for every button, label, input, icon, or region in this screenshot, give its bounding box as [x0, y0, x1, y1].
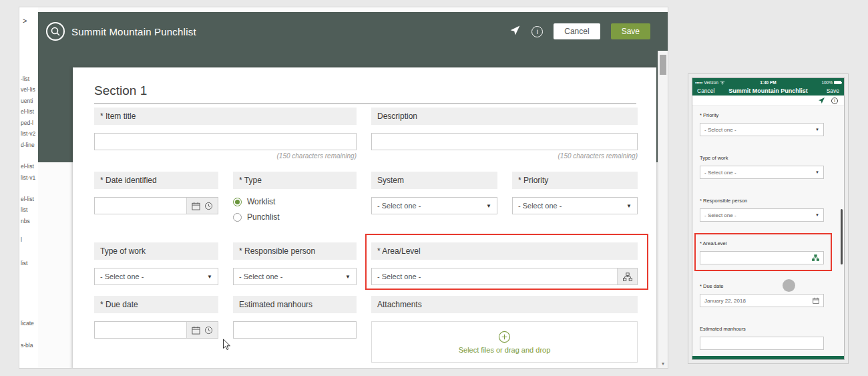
scrollbar[interactable]: ▾: [658, 51, 668, 368]
info-icon[interactable]: i: [831, 98, 838, 104]
cancel-button[interactable]: Cancel: [554, 23, 600, 39]
responsible-person-select[interactable]: - Select one - ▼: [233, 268, 357, 285]
sidebar-item[interactable]: -list: [21, 75, 29, 82]
dropzone-text: Select files or drag and drop: [459, 346, 551, 354]
form-row: Type of work - Select one - ▼ * Responsi…: [94, 242, 636, 285]
estimated-manhours-input[interactable]: [700, 337, 824, 350]
estimated-manhours-input[interactable]: [233, 321, 357, 339]
info-icon[interactable]: i: [531, 26, 543, 37]
system-select[interactable]: - Select one - ▼: [371, 197, 497, 214]
sidebar-item[interactable]: list: [21, 206, 27, 213]
characters-remaining-hint: (150 characters remaining): [371, 152, 638, 160]
selected-value: - Select one -: [372, 268, 617, 285]
send-icon[interactable]: [509, 25, 521, 39]
status-time: 1:40 PM: [692, 80, 844, 85]
area-level-select[interactable]: - Select one -: [371, 268, 638, 285]
mobile-cancel-button[interactable]: Cancel: [697, 87, 714, 94]
type-of-work-label: Type of work: [94, 242, 218, 260]
date-identified-input[interactable]: [94, 197, 218, 214]
due-date-field: * Due date: [94, 296, 218, 363]
mobile-nav-bar: Cancel Summit Mountain Punchlist Save: [692, 86, 844, 96]
main-area: Summit Mountain Punchlist i Cancel Save …: [38, 7, 668, 368]
sidebar-item[interactable]: ped-l: [21, 120, 33, 126]
radio-selected-icon[interactable]: [233, 198, 242, 206]
item-title-field: * Item title (150 characters remaining): [94, 108, 357, 160]
priority-select[interactable]: - Select one - ▼: [700, 123, 824, 136]
file-dropzone[interactable]: Select files or drag and drop: [371, 321, 638, 363]
app-bar: Summit Mountain Punchlist i Cancel Save: [38, 12, 668, 51]
description-input[interactable]: [371, 133, 638, 150]
sidebar-item[interactable]: licate: [21, 320, 34, 327]
area-level-input[interactable]: [700, 251, 824, 264]
responsible-person-field: * Responsible person - Select one - ▼: [233, 242, 357, 285]
date-picker-icons: [186, 322, 218, 338]
date-identified-field: * Date identified: [94, 172, 218, 228]
mobile-save-button[interactable]: Save: [827, 87, 839, 94]
sidebar-item[interactable]: el-list: [21, 163, 34, 170]
sidebar-expand-chevron-icon[interactable]: >: [23, 17, 27, 25]
app-logo-icon: [46, 22, 65, 41]
mobile-screen: ••••• Verizon 1:40 PM 100% Cancel Summit…: [692, 77, 845, 360]
selected-value: - Select one -: [239, 272, 282, 280]
selected-value: - Select one -: [518, 202, 562, 210]
responsible-person-select[interactable]: - Select one - ▼: [700, 208, 824, 222]
date-identified-label: * Date identified: [94, 172, 218, 189]
hierarchy-picker-button[interactable]: [617, 268, 637, 285]
type-of-work-select[interactable]: - Select one - ▼: [700, 166, 824, 179]
estimated-manhours-field: Estimated manhours: [700, 326, 824, 350]
sidebar-item[interactable]: list-v1: [21, 174, 35, 181]
item-title-input[interactable]: [94, 133, 357, 150]
sidebar-item[interactable]: el-list: [21, 108, 34, 115]
priority-label: * Priority: [700, 112, 824, 118]
sidebar-item[interactable]: nbs: [21, 218, 30, 224]
sidebar-item[interactable]: uenti: [21, 98, 33, 104]
sidebar-item[interactable]: s-bla: [21, 342, 33, 349]
date-picker-icons: [186, 198, 218, 214]
sitemap-icon[interactable]: [812, 254, 819, 261]
scrollbar-thumb[interactable]: [660, 55, 666, 75]
priority-select[interactable]: - Select one - ▼: [512, 197, 638, 214]
system-label: System: [371, 172, 497, 189]
collapsed-sidebar: > -list vel-lis uenti el-list ped-l list…: [19, 7, 38, 368]
mobile-status-bar: ••••• Verizon 1:40 PM 100%: [692, 78, 844, 86]
radio-punchlist[interactable]: Punchlist: [233, 212, 357, 222]
priority-field: * Priority - Select one - ▼: [512, 172, 638, 228]
due-date-input[interactable]: January 22, 2018: [700, 294, 824, 307]
system-field: System - Select one - ▼: [371, 172, 497, 228]
app-bar-actions: i Cancel Save: [509, 23, 650, 39]
calendar-icon[interactable]: [192, 326, 200, 335]
sidebar-item[interactable]: vel-lis: [21, 86, 35, 93]
type-of-work-label: Type of work: [700, 155, 824, 161]
chevron-down-icon: ▼: [815, 170, 819, 174]
sidebar-item[interactable]: list: [21, 260, 27, 266]
clock-icon[interactable]: [204, 202, 213, 210]
mobile-scrollbar-thumb[interactable]: [841, 209, 843, 264]
estimated-manhours-field: Estimated manhours: [233, 296, 357, 363]
area-level-field: * Area/Level - Select one -: [371, 242, 638, 285]
chevron-down-icon: ▼: [815, 128, 819, 132]
calendar-icon[interactable]: [813, 297, 819, 304]
date-text-input[interactable]: [95, 322, 186, 338]
calendar-icon[interactable]: [192, 202, 200, 210]
type-of-work-select[interactable]: - Select one - ▼: [94, 268, 218, 285]
mobile-bottom-bar: [692, 356, 844, 359]
sidebar-item[interactable]: l: [21, 236, 22, 243]
responsible-person-field: * Responsible person - Select one - ▼: [700, 198, 824, 222]
sidebar-item[interactable]: list-v2: [21, 130, 35, 137]
estimated-manhours-label: Estimated manhours: [700, 326, 824, 332]
date-text-input[interactable]: [95, 198, 186, 214]
clock-icon[interactable]: [204, 326, 213, 335]
area-level-label: * Area/Level: [700, 240, 824, 246]
mobile-preview-frame: ••••• Verizon 1:40 PM 100% Cancel Summit…: [688, 73, 849, 364]
radio-worklist[interactable]: Worklist: [233, 197, 357, 206]
scroll-down-arrow-icon[interactable]: ▾: [658, 361, 668, 367]
selected-value: - Select one -: [100, 272, 144, 280]
save-button[interactable]: Save: [611, 23, 650, 39]
due-date-input[interactable]: [94, 321, 218, 339]
sidebar-item[interactable]: el-list: [21, 196, 34, 202]
sidebar-item[interactable]: d-line: [21, 142, 35, 148]
radio-unselected-icon[interactable]: [233, 213, 242, 222]
plus-circle-icon: [498, 331, 511, 343]
send-icon[interactable]: [818, 95, 825, 107]
responsible-person-label: * Responsible person: [700, 198, 824, 204]
